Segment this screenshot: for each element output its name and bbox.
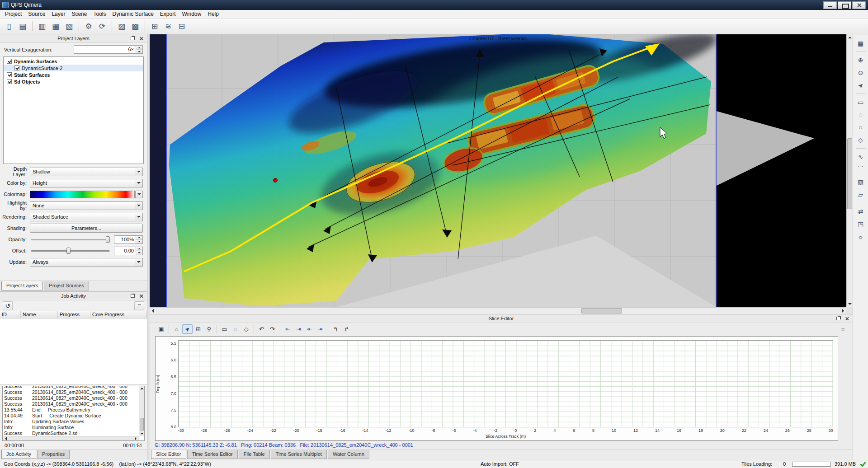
minimize-button[interactable] xyxy=(823,1,837,9)
colormap-tool-button[interactable]: ▧ xyxy=(855,177,867,187)
scene-3d-view[interactable]: Chapter 07 - Brest wrecks xyxy=(150,34,853,314)
home-view-button[interactable]: ⌂ xyxy=(171,324,182,334)
scroll-up-icon[interactable] xyxy=(847,34,853,41)
close-button[interactable] xyxy=(852,1,866,9)
save-button[interactable]: ▣ xyxy=(156,324,166,334)
spin-down-button[interactable] xyxy=(136,240,142,243)
scroll-thumb[interactable] xyxy=(140,418,144,431)
scene-horizontal-scrollbar[interactable] xyxy=(150,307,846,314)
log-horizontal-scrollbar[interactable] xyxy=(3,436,139,440)
tree-item-dynamicsurface-2[interactable]: DynamicSurface-2 xyxy=(4,65,143,71)
water-column-view-button[interactable]: ≋ xyxy=(162,20,175,33)
menu-item[interactable]: Dynamic Surface xyxy=(109,10,156,18)
color-by-select[interactable]: Height xyxy=(30,179,143,187)
next-slice-button[interactable]: ⇥ xyxy=(293,324,304,334)
update-select[interactable]: Always xyxy=(30,258,143,267)
reject-right-button[interactable]: ↱ xyxy=(341,324,352,334)
zoom-window-button[interactable]: ⊞ xyxy=(193,324,203,334)
menu-item[interactable]: Source xyxy=(25,10,48,18)
layout-grid-button[interactable]: ▦ xyxy=(855,38,867,49)
close-panel-button[interactable] xyxy=(844,316,850,322)
slice-options-button[interactable]: ≡ xyxy=(838,324,848,334)
offset-slider[interactable] xyxy=(30,247,111,255)
checkbox-checked-icon[interactable] xyxy=(7,72,12,77)
zoom-tool-button[interactable]: ⚲ xyxy=(204,324,214,334)
float-panel-button[interactable] xyxy=(129,293,136,299)
close-panel-button[interactable] xyxy=(138,293,145,299)
colormap-gradient[interactable] xyxy=(30,191,135,198)
tab-water-column[interactable]: Water Column xyxy=(328,450,369,459)
menu-item[interactable]: Window xyxy=(179,10,205,18)
zoom-out-button[interactable]: ⊖ xyxy=(855,67,867,78)
log-row[interactable]: Info: Illuminating Surface xyxy=(3,425,139,431)
select-circle-button[interactable]: ○ xyxy=(855,122,867,133)
column-id[interactable]: ID xyxy=(0,311,21,318)
add-navigation-files-button[interactable]: ▧ xyxy=(63,20,75,33)
log-row[interactable]: Success 20130614_0823_em2040C_wreck_400 … xyxy=(3,386,139,389)
scroll-up-icon[interactable] xyxy=(140,386,144,391)
vertical-exaggeration-stepper[interactable]: 6× xyxy=(74,45,143,54)
column-progress[interactable]: Progress xyxy=(58,311,90,318)
auto-processing-button[interactable]: ⟳ xyxy=(96,20,108,33)
scroll-thumb[interactable] xyxy=(847,138,852,209)
offset-stepper[interactable]: 0.00 xyxy=(114,247,143,255)
spin-up-button[interactable] xyxy=(136,247,142,251)
scroll-right-icon[interactable] xyxy=(133,436,138,441)
measure-tool-button[interactable]: ⌒ xyxy=(855,164,867,175)
job-options-button[interactable]: ≡ xyxy=(134,301,144,310)
edit-lasso-button[interactable]: ◌ xyxy=(230,324,241,334)
swap-views-button[interactable]: ⇄ xyxy=(855,206,867,217)
menu-item[interactable]: Project xyxy=(2,10,25,18)
log-row[interactable]: Success 20130614_0827_em2040C_wreck_400 … xyxy=(3,395,139,401)
tab-properties[interactable]: Properties xyxy=(37,450,70,459)
scroll-left-icon[interactable] xyxy=(150,308,156,314)
spin-down-button[interactable] xyxy=(136,50,142,53)
select-polygon-button[interactable]: ◇ xyxy=(855,135,867,145)
redo-button[interactable]: ↷ xyxy=(267,324,278,334)
reject-left-button[interactable]: ↰ xyxy=(330,324,341,334)
menu-item[interactable]: Layer xyxy=(48,10,68,18)
tab-time-series-editor[interactable]: Time Series Editor xyxy=(187,450,238,459)
select-cursor-button[interactable]: ➤ xyxy=(855,80,867,91)
offset-slider-handle[interactable] xyxy=(66,248,71,254)
add-raw-sonar-files-button[interactable]: ▥ xyxy=(36,20,48,33)
checkbox-checked-icon[interactable] xyxy=(7,59,12,64)
tab-file-table[interactable]: File Table xyxy=(239,450,270,459)
scroll-left-icon[interactable] xyxy=(4,436,8,441)
scroll-down-icon[interactable] xyxy=(140,431,144,436)
float-panel-button[interactable] xyxy=(835,316,842,322)
log-row[interactable]: Info: Updating Surface Values xyxy=(3,419,139,425)
job-table-body[interactable] xyxy=(0,318,147,384)
tree-item-sd-objects[interactable]: Sd Objects xyxy=(4,78,143,85)
log-row[interactable]: Success 20130614_0825_em2040C_wreck_400 … xyxy=(3,389,139,395)
spin-up-button[interactable] xyxy=(136,236,142,240)
eraser-tool-button[interactable]: ▱ xyxy=(855,189,867,200)
spin-up-button[interactable] xyxy=(136,46,142,50)
add-processed-point-files-button[interactable]: ▦ xyxy=(49,20,62,33)
select-lasso-button[interactable]: ◌ xyxy=(855,109,867,120)
profile-tool-button[interactable]: ∿ xyxy=(855,151,867,162)
spin-down-button[interactable] xyxy=(136,251,142,255)
highlight-by-select[interactable]: None xyxy=(30,201,143,210)
zoom-in-button[interactable]: ⊕ xyxy=(855,55,867,66)
select-cursor-button[interactable]: ➤ xyxy=(182,324,193,334)
scroll-down-icon[interactable] xyxy=(847,301,853,307)
tab-time-series-multiplot[interactable]: Time Series Multiplot xyxy=(271,450,327,459)
slice-plot[interactable] xyxy=(178,340,833,427)
tab-slice-editor[interactable]: Slice Editor xyxy=(151,450,186,459)
prev-slice-button[interactable]: ⇤ xyxy=(283,324,293,334)
edit-polygon-button[interactable]: ◇ xyxy=(241,324,251,334)
export-surface-button[interactable]: ⊞ xyxy=(148,20,161,33)
create-dynamic-surface-button[interactable]: ▨ xyxy=(115,20,128,33)
opacity-stepper[interactable]: 100% xyxy=(114,235,143,244)
log-row[interactable]: Success 20130614_0829_em2040C_wreck_400 … xyxy=(3,401,139,407)
rotate-view-button[interactable]: ◳ xyxy=(855,219,867,229)
bathymetry-scene[interactable] xyxy=(150,34,846,307)
log-row[interactable]: 14:04:49 Start Create Dynamic Surface xyxy=(3,413,139,419)
menu-item[interactable]: Tools xyxy=(90,10,109,18)
layer-tree[interactable]: Dynamic Surfaces DynamicSurface-2 Static… xyxy=(3,56,144,164)
select-rectangle-button[interactable]: ▭ xyxy=(855,97,867,108)
maximize-button[interactable] xyxy=(838,1,851,9)
scene-vertical-scrollbar[interactable] xyxy=(846,34,853,307)
close-panel-button[interactable] xyxy=(138,36,145,42)
